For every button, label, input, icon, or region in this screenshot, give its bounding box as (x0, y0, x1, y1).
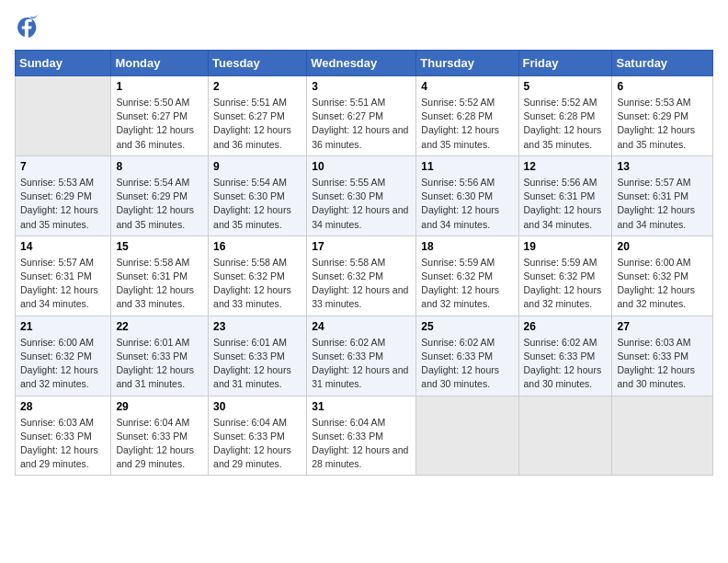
calendar-week-2: 7Sunrise: 5:53 AMSunset: 6:29 PMDaylight… (16, 155, 713, 236)
calendar-cell: 11Sunrise: 5:56 AMSunset: 6:30 PMDayligh… (416, 155, 518, 236)
day-number: 20 (617, 240, 708, 253)
calendar-cell (518, 396, 612, 476)
day-info: Sunrise: 5:56 AMSunset: 6:31 PMDaylight:… (524, 176, 608, 232)
day-number: 25 (421, 320, 513, 333)
day-number: 9 (213, 160, 301, 173)
calendar-cell: 15Sunrise: 5:58 AMSunset: 6:31 PMDayligh… (111, 236, 209, 316)
day-info: Sunrise: 6:02 AMSunset: 6:33 PMDaylight:… (524, 336, 608, 392)
day-number: 16 (213, 240, 301, 253)
header-friday: Friday (518, 51, 612, 76)
calendar-cell: 21Sunrise: 6:00 AMSunset: 6:32 PMDayligh… (16, 316, 111, 396)
day-number: 18 (421, 240, 513, 253)
day-info: Sunrise: 6:04 AMSunset: 6:33 PMDaylight:… (312, 416, 411, 472)
day-info: Sunrise: 6:00 AMSunset: 6:32 PMDaylight:… (617, 256, 708, 312)
logo (15, 15, 44, 40)
day-info: Sunrise: 5:54 AMSunset: 6:30 PMDaylight:… (213, 176, 301, 232)
day-number: 13 (617, 160, 708, 173)
calendar-cell: 17Sunrise: 5:58 AMSunset: 6:32 PMDayligh… (307, 236, 416, 316)
calendar-cell: 24Sunrise: 6:02 AMSunset: 6:33 PMDayligh… (307, 316, 416, 396)
calendar-cell: 4Sunrise: 5:52 AMSunset: 6:28 PMDaylight… (416, 76, 518, 156)
day-info: Sunrise: 5:52 AMSunset: 6:28 PMDaylight:… (524, 96, 608, 152)
day-info: Sunrise: 5:59 AMSunset: 6:32 PMDaylight:… (524, 256, 608, 312)
calendar-week-1: 1Sunrise: 5:50 AMSunset: 6:27 PMDaylight… (16, 76, 713, 156)
day-info: Sunrise: 6:00 AMSunset: 6:32 PMDaylight:… (20, 336, 106, 392)
day-number: 3 (312, 80, 411, 93)
day-info: Sunrise: 5:54 AMSunset: 6:29 PMDaylight:… (116, 176, 203, 232)
calendar-cell (416, 396, 518, 476)
day-number: 26 (524, 320, 608, 333)
day-number: 10 (312, 160, 411, 173)
day-info: Sunrise: 5:57 AMSunset: 6:31 PMDaylight:… (20, 256, 106, 312)
day-number: 6 (617, 80, 708, 93)
day-number: 5 (524, 80, 608, 93)
header-wednesday: Wednesday (307, 51, 416, 76)
day-info: Sunrise: 5:57 AMSunset: 6:31 PMDaylight:… (617, 176, 708, 232)
calendar-week-4: 21Sunrise: 6:00 AMSunset: 6:32 PMDayligh… (16, 316, 713, 396)
calendar-cell (612, 396, 713, 476)
day-number: 11 (421, 160, 513, 173)
day-number: 8 (116, 160, 203, 173)
calendar-cell: 8Sunrise: 5:54 AMSunset: 6:29 PMDaylight… (111, 155, 209, 236)
day-info: Sunrise: 5:56 AMSunset: 6:30 PMDaylight:… (421, 176, 513, 232)
calendar-cell: 30Sunrise: 6:04 AMSunset: 6:33 PMDayligh… (209, 396, 307, 476)
calendar-cell: 16Sunrise: 5:58 AMSunset: 6:32 PMDayligh… (209, 236, 307, 316)
calendar-cell: 26Sunrise: 6:02 AMSunset: 6:33 PMDayligh… (518, 316, 612, 396)
calendar-cell: 31Sunrise: 6:04 AMSunset: 6:33 PMDayligh… (307, 396, 416, 476)
calendar-cell: 6Sunrise: 5:53 AMSunset: 6:29 PMDaylight… (612, 76, 713, 156)
calendar-cell: 13Sunrise: 5:57 AMSunset: 6:31 PMDayligh… (612, 155, 713, 236)
calendar-cell: 9Sunrise: 5:54 AMSunset: 6:30 PMDaylight… (209, 155, 307, 236)
calendar-cell: 12Sunrise: 5:56 AMSunset: 6:31 PMDayligh… (518, 155, 612, 236)
day-number: 28 (20, 400, 106, 413)
page-header (15, 15, 713, 40)
day-number: 19 (524, 240, 608, 253)
day-number: 2 (213, 80, 301, 93)
day-info: Sunrise: 5:50 AMSunset: 6:27 PMDaylight:… (116, 96, 203, 152)
day-number: 12 (524, 160, 608, 173)
header-tuesday: Tuesday (209, 51, 307, 76)
day-info: Sunrise: 6:02 AMSunset: 6:33 PMDaylight:… (421, 336, 513, 392)
day-info: Sunrise: 6:04 AMSunset: 6:33 PMDaylight:… (116, 416, 203, 472)
day-info: Sunrise: 5:58 AMSunset: 6:31 PMDaylight:… (116, 256, 203, 312)
calendar-header-row: SundayMondayTuesdayWednesdayThursdayFrid… (16, 51, 713, 76)
calendar-week-3: 14Sunrise: 5:57 AMSunset: 6:31 PMDayligh… (16, 236, 713, 316)
day-number: 21 (20, 320, 106, 333)
calendar-cell: 7Sunrise: 5:53 AMSunset: 6:29 PMDaylight… (16, 155, 111, 236)
day-number: 7 (20, 160, 106, 173)
day-number: 15 (116, 240, 203, 253)
calendar-cell: 1Sunrise: 5:50 AMSunset: 6:27 PMDaylight… (111, 76, 209, 156)
day-info: Sunrise: 5:51 AMSunset: 6:27 PMDaylight:… (213, 96, 301, 152)
day-info: Sunrise: 5:51 AMSunset: 6:27 PMDaylight:… (312, 96, 411, 152)
calendar-cell: 14Sunrise: 5:57 AMSunset: 6:31 PMDayligh… (16, 236, 111, 316)
calendar-table: SundayMondayTuesdayWednesdayThursdayFrid… (15, 50, 713, 476)
day-number: 31 (312, 400, 411, 413)
day-info: Sunrise: 5:53 AMSunset: 6:29 PMDaylight:… (20, 176, 106, 232)
day-number: 27 (617, 320, 708, 333)
day-info: Sunrise: 6:01 AMSunset: 6:33 PMDaylight:… (116, 336, 203, 392)
day-number: 22 (116, 320, 203, 333)
calendar-cell: 5Sunrise: 5:52 AMSunset: 6:28 PMDaylight… (518, 76, 612, 156)
day-info: Sunrise: 5:52 AMSunset: 6:28 PMDaylight:… (421, 96, 513, 152)
header-sunday: Sunday (16, 51, 111, 76)
day-info: Sunrise: 6:04 AMSunset: 6:33 PMDaylight:… (213, 416, 301, 472)
header-saturday: Saturday (612, 51, 713, 76)
calendar-cell: 23Sunrise: 6:01 AMSunset: 6:33 PMDayligh… (209, 316, 307, 396)
calendar-cell: 29Sunrise: 6:04 AMSunset: 6:33 PMDayligh… (111, 396, 209, 476)
calendar-week-5: 28Sunrise: 6:03 AMSunset: 6:33 PMDayligh… (16, 396, 713, 476)
day-info: Sunrise: 5:59 AMSunset: 6:32 PMDaylight:… (421, 256, 513, 312)
calendar-cell: 2Sunrise: 5:51 AMSunset: 6:27 PMDaylight… (209, 76, 307, 156)
calendar-cell: 25Sunrise: 6:02 AMSunset: 6:33 PMDayligh… (416, 316, 518, 396)
day-number: 23 (213, 320, 301, 333)
day-number: 30 (213, 400, 301, 413)
calendar-cell: 10Sunrise: 5:55 AMSunset: 6:30 PMDayligh… (307, 155, 416, 236)
calendar-cell: 3Sunrise: 5:51 AMSunset: 6:27 PMDaylight… (307, 76, 416, 156)
day-info: Sunrise: 6:02 AMSunset: 6:33 PMDaylight:… (312, 336, 411, 392)
calendar-cell: 28Sunrise: 6:03 AMSunset: 6:33 PMDayligh… (16, 396, 111, 476)
day-number: 24 (312, 320, 411, 333)
day-number: 1 (116, 80, 203, 93)
day-info: Sunrise: 6:01 AMSunset: 6:33 PMDaylight:… (213, 336, 301, 392)
day-info: Sunrise: 6:03 AMSunset: 6:33 PMDaylight:… (20, 416, 106, 472)
day-info: Sunrise: 5:58 AMSunset: 6:32 PMDaylight:… (312, 256, 411, 312)
header-thursday: Thursday (416, 51, 518, 76)
header-monday: Monday (111, 51, 209, 76)
day-number: 17 (312, 240, 411, 253)
